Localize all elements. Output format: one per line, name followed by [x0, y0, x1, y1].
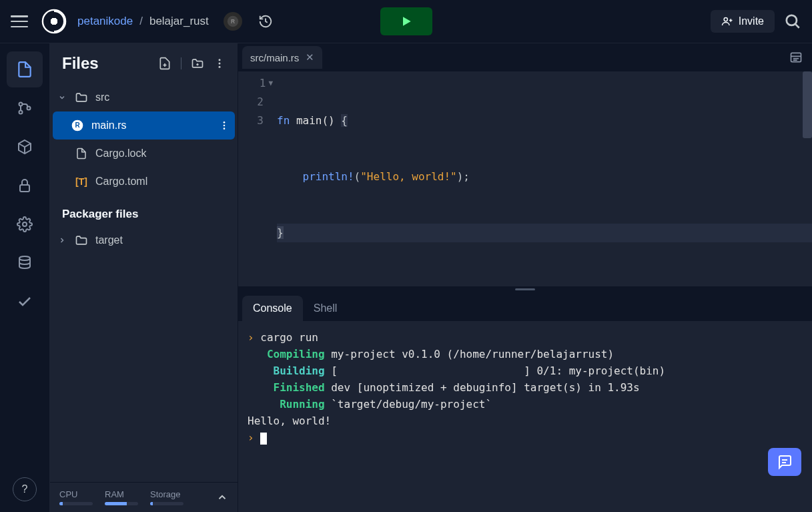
editor-tab-main-rs[interactable]: src/main.rs ✕	[242, 46, 322, 69]
header-bar: petanikode / belajar_rust R Invite	[0, 0, 812, 43]
line-gutter: 1▼ 2 3	[238, 71, 277, 286]
folder-icon	[74, 91, 89, 104]
storage-metric: Storage	[150, 489, 183, 505]
main-area: ? Files src R main.rs	[0, 43, 812, 512]
menu-icon[interactable]	[11, 15, 28, 27]
search-icon[interactable]	[784, 13, 801, 30]
repo-owner-link[interactable]: petanikode	[77, 15, 133, 28]
bottom-panel: Console Shell › cargo run Compiling my-p…	[238, 292, 812, 512]
help-button[interactable]: ?	[13, 477, 37, 501]
svg-point-12	[23, 222, 27, 226]
cpu-metric: CPU	[59, 489, 93, 505]
chevron-right-icon	[58, 236, 67, 244]
svg-point-19	[219, 63, 221, 65]
language-icon[interactable]: R	[224, 12, 242, 31]
rail-packages-icon[interactable]	[7, 129, 43, 165]
file-cargo-lock[interactable]: Cargo.lock	[50, 140, 238, 168]
file-label: Cargo.lock	[95, 148, 146, 160]
close-icon[interactable]: ✕	[306, 51, 314, 63]
run-button[interactable]	[380, 7, 432, 35]
rail-version-control-icon[interactable]	[7, 90, 43, 126]
history-icon[interactable]	[258, 14, 273, 29]
svg-point-0	[43, 10, 65, 33]
toml-file-icon: [T]	[74, 176, 89, 187]
editor-panel-icon[interactable]	[789, 51, 812, 64]
new-folder-icon[interactable]	[191, 57, 204, 70]
invite-label: Invite	[739, 15, 764, 27]
file-label: main.rs	[91, 119, 126, 132]
folder-label: target	[95, 234, 123, 246]
rail-settings-icon[interactable]	[7, 206, 43, 242]
status-expand-icon[interactable]	[216, 491, 228, 503]
ram-label: RAM	[105, 489, 138, 499]
svg-line-7	[795, 24, 799, 27]
terminal-cursor	[260, 433, 267, 445]
folder-label: src	[95, 91, 109, 103]
rust-file-icon: R	[70, 119, 85, 132]
svg-point-24	[224, 125, 226, 127]
rail-database-icon[interactable]	[7, 245, 43, 281]
svg-point-9	[19, 111, 23, 114]
breadcrumb: petanikode / belajar_rust	[77, 15, 209, 28]
file-label: Cargo.toml	[95, 176, 147, 188]
svg-point-23	[224, 121, 226, 123]
invite-icon	[721, 15, 733, 27]
invite-button[interactable]: Invite	[711, 10, 775, 33]
svg-point-10	[27, 107, 31, 110]
tab-label: src/main.rs	[250, 52, 299, 63]
new-file-icon[interactable]	[158, 57, 171, 70]
cpu-label: CPU	[59, 489, 93, 499]
chat-button[interactable]	[768, 448, 801, 476]
rail-tests-icon[interactable]	[7, 284, 43, 320]
svg-text:R: R	[75, 121, 80, 129]
tab-shell[interactable]: Shell	[303, 296, 348, 321]
more-icon[interactable]	[214, 57, 226, 69]
ram-metric: RAM	[105, 489, 138, 505]
svg-point-18	[219, 59, 221, 61]
storage-label: Storage	[150, 489, 183, 499]
folder-src[interactable]: src	[50, 83, 238, 111]
svg-point-25	[224, 127, 226, 130]
file-icon	[74, 148, 89, 160]
chevron-down-icon	[58, 93, 67, 101]
file-more-icon[interactable]	[219, 120, 230, 131]
console-output[interactable]: › cargo run Compiling my-project v0.1.0 …	[238, 321, 812, 512]
rail-files-icon[interactable]	[7, 51, 43, 87]
folder-icon	[74, 234, 89, 247]
svg-point-13	[19, 256, 30, 260]
sidebar-title: Files	[62, 54, 99, 73]
svg-point-8	[19, 103, 23, 106]
resource-status-bar: CPU RAM Storage	[50, 482, 238, 512]
svg-point-6	[787, 15, 797, 25]
activity-rail: ?	[0, 43, 50, 512]
folder-target[interactable]: target	[50, 226, 238, 254]
svg-point-20	[219, 66, 221, 68]
rail-secrets-icon[interactable]	[7, 168, 43, 204]
editor-area: src/main.rs ✕ 1▼ 2 3 fn main() { println…	[238, 43, 812, 512]
editor-scrollbar[interactable]	[803, 71, 812, 138]
svg-text:R: R	[231, 19, 235, 25]
packager-section-title: Packager files	[50, 196, 238, 226]
file-main-rs[interactable]: R main.rs	[53, 111, 235, 140]
svg-point-3	[724, 17, 727, 21]
editor-tabs: src/main.rs ✕	[238, 43, 812, 71]
panel-tabs: Console Shell	[238, 292, 812, 321]
code-editor[interactable]: 1▼ 2 3 fn main() { println!("Hello, worl…	[238, 71, 812, 286]
repo-name[interactable]: belajar_rust	[149, 15, 209, 28]
svg-rect-11	[20, 185, 29, 192]
file-cargo-toml[interactable]: [T] Cargo.toml	[50, 168, 238, 196]
divider	[181, 57, 181, 69]
tab-console[interactable]: Console	[242, 296, 303, 321]
panel-splitter[interactable]	[238, 286, 812, 292]
code-content[interactable]: fn main() { println!("Hello, world!"); }	[277, 71, 812, 286]
files-sidebar: Files src R main.rs Cargo.lo	[50, 43, 238, 512]
fold-icon[interactable]: ▼	[268, 74, 273, 93]
breadcrumb-separator: /	[139, 15, 143, 28]
file-tree: src R main.rs Cargo.lock [T] Cargo.toml …	[50, 81, 238, 482]
replit-logo[interactable]	[41, 9, 67, 34]
